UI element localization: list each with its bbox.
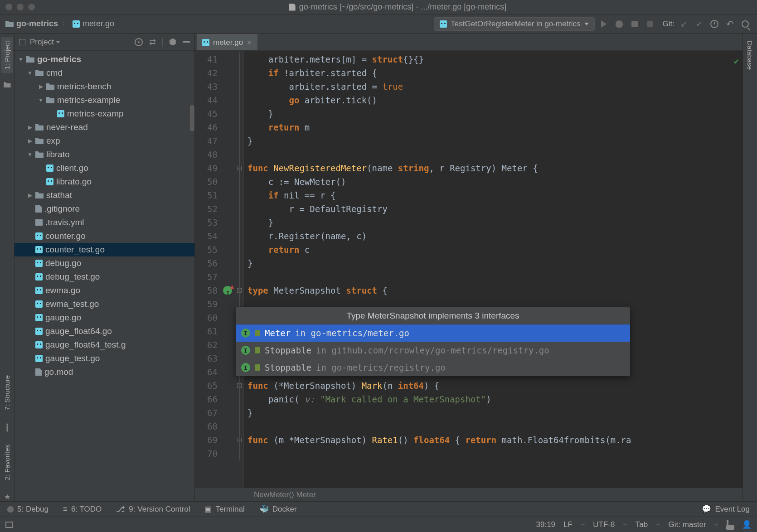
encoding[interactable]: UTF-8 — [593, 520, 615, 529]
code-line[interactable]: func (m *MeterSnapshot) Rate1() float64 … — [247, 433, 742, 447]
tree-arrow-icon[interactable] — [27, 124, 33, 131]
line-number[interactable]: 65 — [197, 379, 218, 392]
line-number[interactable]: 59 — [197, 297, 218, 311]
code-line[interactable]: r.Register(name, c) — [247, 229, 742, 243]
line-number[interactable]: 62 — [197, 338, 218, 352]
line-number[interactable]: 54 — [197, 229, 218, 243]
code-line[interactable] — [247, 447, 742, 460]
tree-item[interactable]: stathat — [15, 189, 194, 202]
popup-item[interactable]: IStoppable in github.com/rcrowley/go-met… — [236, 342, 630, 359]
line-number[interactable]: 57 — [197, 270, 218, 284]
lock-icon[interactable] — [727, 521, 734, 529]
code-line[interactable]: c := NewMeter() — [247, 175, 742, 189]
tree-item[interactable]: go-metrics — [15, 53, 194, 66]
line-number[interactable]: 70 — [197, 447, 218, 460]
git-branch[interactable]: Git: master — [669, 520, 706, 529]
tree-item[interactable]: metrics-examp — [15, 107, 194, 121]
line-number[interactable]: 41 — [197, 53, 218, 66]
code-line[interactable]: return m — [247, 121, 742, 134]
tree-item[interactable]: .travis.yml — [15, 216, 194, 229]
line-number[interactable]: 68 — [197, 420, 218, 433]
breadcrumb-project[interactable]: go-metrics — [5, 19, 58, 29]
search-everywhere-button[interactable] — [739, 18, 752, 30]
tree-item[interactable]: gauge.go — [15, 311, 194, 324]
code-line[interactable]: } — [247, 134, 742, 148]
tool-tab-terminal[interactable]: ▣ Terminal — [204, 504, 244, 514]
line-number[interactable]: 47 — [197, 134, 218, 148]
line-number[interactable]: 42 — [197, 66, 218, 80]
code-line[interactable] — [247, 148, 742, 161]
tree-item[interactable]: debug_test.go — [15, 270, 194, 284]
tree-item[interactable]: gauge_test.go — [15, 352, 194, 365]
line-number[interactable]: 67 — [197, 406, 218, 420]
code-line[interactable]: r = DefaultRegistry — [247, 202, 742, 216]
tree-item[interactable]: metrics-bench — [15, 80, 194, 93]
tree-item[interactable]: counter.go — [15, 229, 194, 243]
history-button[interactable] — [708, 18, 721, 30]
editor-tab-meter[interactable]: meter.go ✕ — [197, 34, 257, 50]
line-number[interactable]: 60 — [197, 311, 218, 324]
code-line[interactable]: } — [247, 107, 742, 121]
tree-item[interactable]: metrics-example — [15, 93, 194, 107]
tool-tab-database[interactable]: Database — [744, 37, 756, 73]
tool-tab-project[interactable]: 1: Project — [1, 37, 13, 73]
locate-icon[interactable] — [135, 38, 143, 46]
line-number[interactable]: 53 — [197, 216, 218, 229]
code-line[interactable] — [247, 420, 742, 433]
breadcrumb-file[interactable]: meter.go — [73, 19, 114, 29]
tree-item[interactable]: counter_test.go — [15, 243, 194, 256]
code-line[interactable] — [247, 270, 742, 284]
tree-item[interactable]: exp — [15, 134, 194, 148]
project-panel-title[interactable]: Project — [30, 38, 60, 47]
tool-tab-docker[interactable]: 🐳 Docker — [259, 504, 297, 514]
hide-icon[interactable] — [183, 41, 190, 43]
line-number[interactable]: 43 — [197, 80, 218, 93]
editor-breadcrumb[interactable]: NewMeter() Meter — [195, 488, 742, 501]
tree-item[interactable]: librato.go — [15, 175, 194, 189]
code-line[interactable]: go arbiter.tick() — [247, 93, 742, 107]
scrollbar-thumb[interactable] — [190, 105, 194, 131]
git-update-button[interactable]: ↙ — [677, 18, 690, 30]
inspector-icon[interactable]: 👤 — [742, 520, 752, 529]
line-number[interactable]: 58 — [197, 284, 218, 297]
tree-arrow-icon[interactable] — [27, 138, 33, 144]
override-up-icon[interactable] — [230, 285, 234, 289]
close-window-button[interactable] — [5, 4, 12, 10]
code-line[interactable]: arbiter.started = true — [247, 80, 742, 93]
popup-item[interactable]: IStoppable in go-metrics/registry.go — [236, 359, 630, 376]
line-number[interactable]: 51 — [197, 189, 218, 202]
code-line[interactable]: arbiter.meters[m] = struct{}{} — [247, 53, 742, 66]
run-button[interactable] — [597, 18, 610, 30]
tree-item[interactable]: gauge_float64_test.g — [15, 338, 194, 352]
code-line[interactable]: return c — [247, 243, 742, 256]
tool-tab-structure[interactable]: 7: Structure — [1, 372, 13, 414]
close-icon[interactable]: ✕ — [247, 39, 252, 46]
code-line[interactable]: } — [247, 406, 742, 420]
tree-item[interactable]: gauge_float64.go — [15, 324, 194, 338]
line-number[interactable]: 45 — [197, 107, 218, 121]
stop-button[interactable] — [644, 18, 656, 30]
popup-item[interactable]: IMeter in go-metrics/meter.go — [236, 324, 630, 342]
code-line[interactable]: } — [247, 216, 742, 229]
tree-item[interactable]: go.mod — [15, 365, 194, 379]
tree-arrow-icon[interactable] — [27, 70, 33, 76]
code-line[interactable]: type MeterSnapshot struct { — [247, 284, 742, 297]
tool-tab-debug[interactable]: 5: Debug — [7, 505, 49, 514]
tool-tab-todo[interactable]: ≡ 6: TODO — [63, 505, 102, 514]
tree-item[interactable]: .gitignore — [15, 202, 194, 216]
tree-arrow-icon[interactable] — [38, 97, 44, 103]
line-number[interactable]: 46 — [197, 121, 218, 134]
expand-icon[interactable]: ⇄ — [149, 37, 156, 47]
code-line[interactable]: if !arbiter.started { — [247, 66, 742, 80]
code-content[interactable]: ✔ arbiter.meters[m] = struct{}{} if !arb… — [244, 51, 742, 488]
line-number[interactable]: 69 — [197, 433, 218, 447]
line-number[interactable]: 64 — [197, 365, 218, 379]
minimize-window-button[interactable] — [17, 4, 24, 10]
tree-item[interactable]: client.go — [15, 161, 194, 175]
code-line[interactable]: if nil == r { — [247, 189, 742, 202]
code-editor[interactable]: 4142434445464748495051525354555657585960… — [195, 51, 742, 488]
tree-arrow-icon[interactable] — [27, 192, 33, 198]
maximize-window-button[interactable] — [28, 4, 35, 10]
tree-item[interactable]: debug.go — [15, 256, 194, 270]
line-number[interactable]: 63 — [197, 352, 218, 365]
